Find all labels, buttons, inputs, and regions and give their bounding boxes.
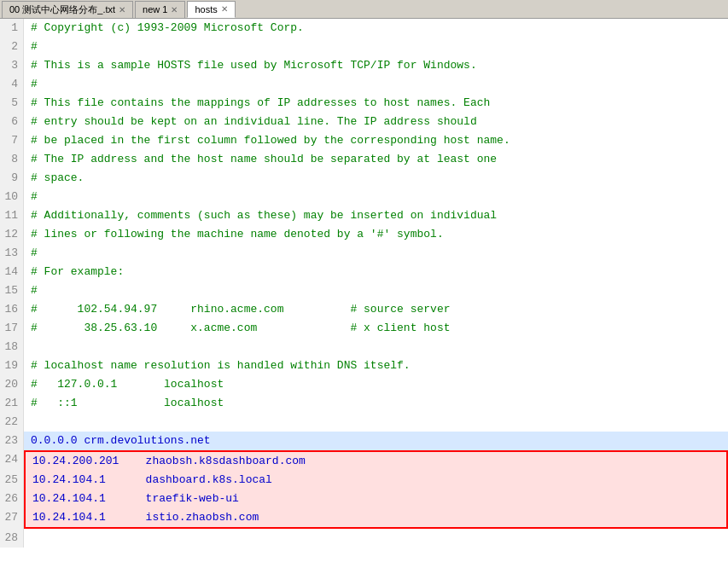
tab-2[interactable]: hosts ✕ — [187, 1, 235, 18]
line-content[interactable]: # 38.25.63.10 x.acme.com # x client host — [24, 319, 728, 338]
line-content[interactable] — [24, 413, 728, 432]
table-row: 5# This file contains the mappings of IP… — [0, 94, 728, 113]
line-content[interactable]: # localhost name resolution is handled w… — [24, 356, 728, 375]
table-row: 14# For example: — [0, 263, 728, 281]
line-content[interactable]: # This is a sample HOSTS file used by Mi… — [24, 56, 728, 75]
line-content[interactable]: # For example: — [24, 263, 728, 281]
table-row: 2410.24.200.201 zhaobsh.k8sdashboard.com — [0, 450, 728, 471]
line-number: 13 — [0, 244, 24, 263]
line-content[interactable]: # 102.54.94.97 rhino.acme.com # source s… — [24, 300, 728, 319]
line-number: 1 — [0, 19, 24, 38]
table-row: 15# — [0, 281, 728, 300]
table-row: 7# be placed in the first column followe… — [0, 131, 728, 150]
editor-area: 1# Copyright (c) 1993-2009 Microsoft Cor… — [0, 19, 728, 568]
line-number: 7 — [0, 131, 24, 150]
line-number: 10 — [0, 188, 24, 206]
table-row: 20# 127.0.0.1 localhost — [0, 375, 728, 394]
table-row: 28 — [0, 529, 728, 548]
table-row: 12# lines or following the machine name … — [0, 225, 728, 244]
line-number: 14 — [0, 263, 24, 281]
line-number: 15 — [0, 281, 24, 300]
table-row: 11# Additionally, comments (such as thes… — [0, 206, 728, 225]
line-number: 18 — [0, 338, 24, 356]
line-content[interactable]: 10.24.104.1 istio.zhaobsh.com — [24, 508, 728, 529]
line-content[interactable]: # Copyright (c) 1993-2009 Microsoft Corp… — [24, 19, 728, 38]
table-row: 230.0.0.0 crm.devolutions.net — [0, 432, 728, 450]
table-row: 8# The IP address and the host name shou… — [0, 150, 728, 169]
line-number: 8 — [0, 150, 24, 169]
line-content[interactable]: # 127.0.0.1 localhost — [24, 375, 728, 394]
line-number: 26 — [0, 490, 24, 508]
line-number: 24 — [0, 450, 24, 471]
table-row: 2710.24.104.1 istio.zhaobsh.com — [0, 508, 728, 529]
line-content[interactable]: 10.24.104.1 dashboard.k8s.local — [24, 471, 728, 490]
table-row: 19# localhost name resolution is handled… — [0, 356, 728, 375]
line-content[interactable]: # This file contains the mappings of IP … — [24, 94, 728, 113]
line-number: 17 — [0, 319, 24, 338]
table-row: 1# Copyright (c) 1993-2009 Microsoft Cor… — [0, 19, 728, 38]
table-row: 13# — [0, 244, 728, 263]
tab-2-close[interactable]: ✕ — [221, 4, 228, 14]
tab-0-label: 00 测试中心网络分布_.txt — [9, 3, 115, 16]
table-row: 3# This is a sample HOSTS file used by M… — [0, 56, 728, 75]
tab-2-label: hosts — [195, 4, 217, 14]
line-number: 6 — [0, 113, 24, 131]
line-content[interactable]: # — [24, 244, 728, 263]
line-content[interactable]: # entry should be kept on an individual … — [24, 113, 728, 131]
line-content[interactable]: # — [24, 75, 728, 94]
line-content[interactable]: # lines or following the machine name de… — [24, 225, 728, 244]
table-row: 9# space. — [0, 169, 728, 188]
line-content[interactable]: # be placed in the first column followed… — [24, 131, 728, 150]
table-row: 22 — [0, 413, 728, 432]
tab-0-close[interactable]: ✕ — [119, 5, 125, 14]
line-content[interactable]: 0.0.0.0 crm.devolutions.net — [24, 432, 728, 450]
table-row: 2610.24.104.1 traefik-web-ui — [0, 490, 728, 508]
table-row: 18 — [0, 338, 728, 356]
line-number: 20 — [0, 375, 24, 394]
table-row: 6# entry should be kept on an individual… — [0, 113, 728, 131]
line-number: 19 — [0, 356, 24, 375]
line-content[interactable]: 10.24.200.201 zhaobsh.k8sdashboard.com — [24, 450, 728, 471]
line-number: 22 — [0, 413, 24, 432]
table-row: 17# 38.25.63.10 x.acme.com # x client ho… — [0, 319, 728, 338]
line-content[interactable]: # — [24, 281, 728, 300]
line-number: 11 — [0, 206, 24, 225]
line-number: 28 — [0, 529, 24, 548]
line-number: 25 — [0, 471, 24, 490]
line-number: 2 — [0, 38, 24, 56]
tab-0[interactable]: 00 测试中心网络分布_.txt ✕ — [2, 1, 133, 18]
line-content[interactable]: # — [24, 188, 728, 206]
table-row: 21# ::1 localhost — [0, 394, 728, 413]
table-row: 2510.24.104.1 dashboard.k8s.local — [0, 471, 728, 490]
line-content[interactable]: # ::1 localhost — [24, 394, 728, 413]
tab-1-label: new 1 — [143, 4, 167, 14]
tab-bar: 00 测试中心网络分布_.txt ✕ new 1 ✕ hosts ✕ — [0, 0, 728, 19]
tab-1-close[interactable]: ✕ — [171, 5, 178, 14]
line-content[interactable]: 10.24.104.1 traefik-web-ui — [24, 490, 728, 508]
line-number: 4 — [0, 75, 24, 94]
line-number: 27 — [0, 508, 24, 529]
line-content[interactable]: # — [24, 38, 728, 56]
line-number: 16 — [0, 300, 24, 319]
line-content[interactable]: # space. — [24, 169, 728, 188]
table-row: 10# — [0, 188, 728, 206]
line-content[interactable]: # The IP address and the host name shoul… — [24, 150, 728, 169]
line-content[interactable] — [24, 529, 728, 548]
line-number: 12 — [0, 225, 24, 244]
table-row: 16# 102.54.94.97 rhino.acme.com # source… — [0, 300, 728, 319]
line-number: 9 — [0, 169, 24, 188]
tab-1[interactable]: new 1 ✕ — [135, 1, 185, 18]
line-number: 3 — [0, 56, 24, 75]
table-row: 4# — [0, 75, 728, 94]
table-row: 2# — [0, 38, 728, 56]
line-number: 21 — [0, 394, 24, 413]
line-number: 5 — [0, 94, 24, 113]
line-number: 23 — [0, 432, 24, 450]
line-content[interactable] — [24, 338, 728, 356]
line-content[interactable]: # Additionally, comments (such as these)… — [24, 206, 728, 225]
